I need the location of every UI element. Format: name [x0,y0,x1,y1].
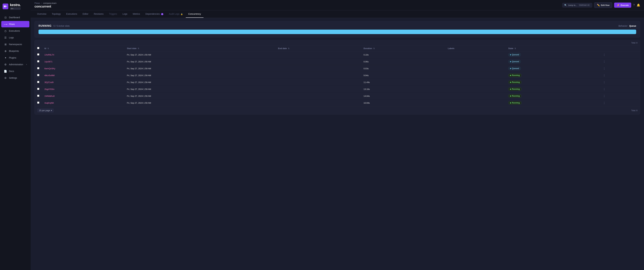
row-actions-button[interactable]: ⋮ [603,94,606,98]
row-end-date [276,72,361,79]
table-row: 1rju0871 Fri, Sep 27, 2024 1:59 AM 0.06s… [35,58,640,65]
row-checkbox[interactable] [35,99,42,106]
edit-flow-button[interactable]: ✏️ Edit flow [594,3,612,8]
execution-id-link[interactable]: 2bgdY83m [44,88,54,90]
execution-id-link[interactable]: 48cn5xMM [44,74,54,77]
row-state: Running [506,86,600,93]
table-row: 4sq6mjNK Fri, Sep 27, 2024 1:59 AM 16.69… [35,99,640,106]
tab-dependencies[interactable]: Dependencies 0 [143,11,166,18]
row-labels [445,79,506,86]
behavior-value: Queue [629,25,636,27]
help-icon[interactable]: ? [633,4,635,7]
content-area: RUNNING 5 / 5 Active slots Behavior: Que… [31,18,644,270]
state-badge: Running [508,87,522,91]
execution-id-link[interactable]: 1XeR6LT4 [44,54,54,56]
total-bottom-label: Total: 8 [631,109,638,112]
search-box[interactable]: 🔍 Jump to... Ctrl/Cmd + K [562,3,592,8]
sidebar-item-plugins[interactable]: ✦ Plugins [1,55,30,61]
table-row: 1NN8dKu9 Fri, Sep 27, 2024 1:59 AM 14.84… [35,93,640,99]
running-panel: RUNNING 5 / 5 Active slots Behavior: Que… [34,21,640,37]
row-id: 1NN8dKu9 [42,93,124,99]
state-badge: Queued [508,67,521,70]
row-start-date: Fri, Sep 27, 2024 1:59 AM [124,72,275,79]
row-state: Running [506,79,600,86]
row-actions-button[interactable]: ⋮ [603,81,606,84]
row-actions-button[interactable]: ⋮ [603,101,606,104]
id-sort-icon[interactable]: ⇅ [48,48,49,49]
sidebar-item-administration[interactable]: ⚙ Administration › [1,61,30,68]
sidebar-item-settings[interactable]: ⚙ Settings [1,75,30,81]
row-start-date: Fri, Sep 27, 2024 1:59 AM [124,93,275,99]
sidebar-item-dashboard[interactable]: ⊡ Dashboard [1,14,30,21]
bell-icon[interactable]: 🔔 [637,3,640,7]
row-labels [445,86,506,93]
row-checkbox[interactable] [35,79,42,86]
tabs-bar: Overview Topology Executions Editor Revi… [31,11,644,18]
row-start-date: Fri, Sep 27, 2024 1:59 AM [124,65,275,72]
namespaces-icon: ⊞ [4,43,7,46]
header-actions: 🔍 Jump to... Ctrl/Cmd + K ✏️ Edit flow ⚡… [562,3,640,8]
row-checkbox[interactable] [35,86,42,93]
row-actions-button[interactable]: ⋮ [603,53,606,56]
row-checkbox[interactable] [35,58,42,65]
row-checkbox[interactable] [35,72,42,79]
row-checkbox[interactable] [35,93,42,99]
docs-icon: 📄 [4,70,7,73]
end-date-sort-icon[interactable]: ⇅ [288,48,290,49]
row-actions: ⋮ [600,72,640,79]
breadcrumb-namespace[interactable]: company.team [43,2,56,4]
row-actions-button[interactable]: ⋮ [603,74,606,77]
row-actions-button[interactable]: ⋮ [603,67,606,70]
sidebar-item-executions[interactable]: ◷ Executions [1,28,30,34]
row-actions: ⋮ [600,79,640,86]
sidebar-item-blueprints[interactable]: ⊕ Blueprints [1,48,30,54]
edit-flow-label: Edit flow [601,4,610,7]
sidebar-item-flows[interactable]: ⟶ Flows [1,21,30,27]
state-dot [510,61,511,62]
col-id: Id ⇅ [42,45,124,51]
sidebar-item-logs-label: Logs [9,36,14,39]
table-row: 1XeR6LT4 Fri, Sep 27, 2024 1:59 AM 0.10s… [35,51,640,58]
tab-topology[interactable]: Topology [49,11,63,18]
executions-table-panel: Total: 8 Id ⇅ Start date ⇅ [34,40,640,114]
header: Flows / company.team concurrent 🔍 Jump t… [31,0,644,11]
execution-id-link[interactable]: 4sq6mjNK [44,102,54,104]
row-actions-button[interactable]: ⋮ [603,88,606,91]
tab-metrics[interactable]: Metrics [130,11,142,18]
row-labels [445,93,506,99]
tab-revisions[interactable]: Revisions [91,11,106,18]
execution-id-link[interactable]: 3EjZCsd9 [44,81,54,83]
execution-id-link[interactable]: 6wmQvSKy [44,67,55,70]
sidebar-item-docs[interactable]: 📄 Docs [1,68,30,74]
duration-sort-icon[interactable]: ⇅ [373,48,375,49]
execution-id-link[interactable]: 1NN8dKu9 [44,95,54,97]
row-checkbox[interactable] [35,65,42,72]
behavior-label: Behavior: [618,25,628,27]
row-checkbox[interactable] [35,51,42,58]
start-date-sort-icon[interactable]: ⇅ [138,48,139,49]
execute-button[interactable]: ⚡ Execute [614,3,631,8]
state-badge: Running [508,74,522,77]
row-id: 4sq6mjNK [42,99,124,106]
row-labels [445,65,506,72]
row-id: 48cn5xMM [42,72,124,79]
tab-executions[interactable]: Executions [64,11,80,18]
tab-overview[interactable]: Overview [34,11,49,18]
sidebar-item-executions-label: Executions [9,30,20,32]
select-all-checkbox[interactable] [37,47,39,49]
per-page-chevron-icon: ▾ [51,109,52,112]
execution-id-link[interactable]: 1rju0871 [44,60,52,63]
row-duration: 16.69s [361,99,445,106]
tab-logs[interactable]: Logs [120,11,130,18]
row-actions-button[interactable]: ⋮ [603,60,606,63]
row-duration: 0.10s [361,51,445,58]
sidebar-item-namespaces[interactable]: ⊞ Namespaces [1,41,30,48]
per-page-selector[interactable]: 25 per page ▾ [37,108,54,112]
sidebar-item-logs[interactable]: ☰ Logs [1,34,30,41]
tab-editor[interactable]: Editor [80,11,91,18]
state-sort-icon[interactable]: ⇅ [514,48,516,49]
logs-icon: ☰ [4,36,7,39]
breadcrumb-flows[interactable]: Flows [34,2,40,4]
sidebar-item-blueprints-label: Blueprints [9,50,19,52]
tab-concurrency[interactable]: Concurrency [186,11,204,18]
